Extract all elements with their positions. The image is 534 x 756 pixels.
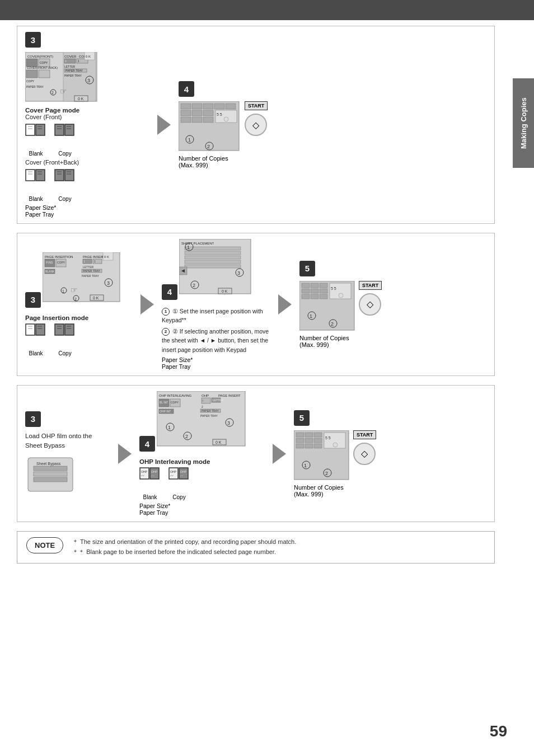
svg-text:1: 1 — [65, 59, 67, 63]
step-badge-4-s2: 4 — [162, 284, 177, 300]
svg-rect-185 — [169, 468, 178, 479]
section1-row: 3 COVER(FRONT) COPY COVER(FRONT+BACK) CO… — [25, 32, 486, 218]
svg-rect-194 — [314, 433, 322, 437]
svg-text:↙↙: ↙↙ — [170, 474, 174, 477]
svg-rect-119 — [185, 260, 241, 264]
svg-text:1: 1 — [304, 463, 307, 468]
svg-rect-193 — [305, 433, 313, 437]
blank-label-2: Blank — [29, 196, 43, 202]
page-insert-mode-label: Page Insertion mode — [25, 314, 133, 321]
paper-size-s2: Paper Size* Paper Tray — [162, 356, 270, 370]
page-number: 59 — [490, 722, 507, 740]
svg-rect-55 — [181, 104, 191, 109]
svg-text:↙↙: ↙↙ — [141, 474, 144, 477]
svg-rect-32 — [28, 128, 32, 129]
svg-rect-2 — [26, 59, 38, 67]
section-row-1: 3 COVER(FRONT) COPY COVER(FRONT+BACK) CO… — [17, 26, 495, 224]
svg-text:OHP INT: OHP INT — [160, 410, 171, 413]
svg-rect-150 — [34, 472, 67, 476]
svg-text:5 5: 5 5 — [325, 436, 331, 440]
svg-text:PAGE INSERT: PAGE INSERT — [218, 394, 241, 397]
arrow-s2-3to4 — [137, 294, 157, 314]
cover-front-diagrams: Blank Copy — [25, 124, 149, 157]
copy-label-1: Copy — [58, 151, 71, 157]
step-badge-5-s2: 5 — [299, 261, 315, 276]
note-label: NOTE — [26, 537, 63, 553]
svg-rect-49 — [57, 171, 62, 172]
step-badge-4-s1: 4 — [179, 81, 194, 97]
svg-text:1: 1 — [310, 313, 312, 319]
paper-size-label-s1: Paper Size* Paper Tray — [25, 204, 149, 218]
svg-text:2: 2 — [185, 434, 188, 439]
section1-step4: 4 — [174, 81, 297, 168]
side-tab: Making Copies — [513, 78, 534, 168]
section3-step5: 5 5 5 — [289, 410, 385, 497]
blank-diagram-1: Blank — [25, 124, 46, 157]
svg-text:☞: ☞ — [71, 285, 78, 294]
svg-rect-63 — [181, 117, 191, 123]
svg-text:COPY: COPY — [40, 61, 48, 64]
svg-text:PAPER TRAY: PAPER TRAY — [82, 274, 100, 278]
svg-rect-136 — [311, 289, 318, 293]
blank-label-1: Blank — [29, 151, 43, 157]
svg-rect-62 — [203, 110, 213, 116]
svg-text:0 K: 0 K — [216, 440, 222, 444]
copy-label-2: Copy — [58, 196, 71, 202]
svg-rect-199 — [305, 444, 313, 448]
start-button-s1[interactable]: ◇ — [245, 114, 267, 136]
svg-text:PAPER TRAY: PAPER TRAY — [65, 69, 83, 72]
svg-rect-195 — [296, 438, 304, 443]
sheet-placement-panel: SHEET PLACEMENT ◄ 2 3 — [179, 239, 252, 295]
svg-text:OHP: OHP — [141, 470, 148, 473]
svg-text:Sheet Bypass: Sheet Bypass — [36, 462, 61, 466]
svg-text:0 K: 0 K — [78, 97, 84, 101]
svg-rect-192 — [296, 433, 304, 437]
svg-text:PAPER TRAY: PAPER TRAY — [200, 414, 218, 417]
step-badge-5-s3: 5 — [294, 410, 310, 426]
svg-text:◄: ◄ — [180, 267, 186, 274]
svg-rect-138 — [302, 294, 310, 299]
svg-text:OHP INTERLEAVING: OHP INTERLEAVING — [159, 394, 191, 397]
svg-text:P.INS: P.INS — [46, 261, 53, 264]
start-button-s2[interactable]: ◇ — [359, 293, 381, 316]
note-text: ＊ The size and orientation of the printe… — [72, 537, 296, 557]
ohp-copy-diagram: OHP ↙↙ OHP ↙↙ Copy — [168, 467, 190, 500]
svg-text:COVER(FRONT+BACK): COVER(FRONT+BACK) — [27, 66, 58, 69]
svg-rect-109 — [57, 326, 62, 327]
svg-rect-34 — [38, 126, 42, 127]
svg-text:5 5: 5 5 — [217, 112, 222, 116]
cover-front-back-diagrams: Blank Copy — [25, 169, 149, 202]
page-insert-diagrams: Blank Copy — [25, 323, 133, 356]
svg-text:BLANK: BLANK — [45, 270, 55, 273]
arrow-s3-4to5 — [269, 444, 289, 464]
svg-rect-46 — [38, 171, 42, 172]
svg-text:PAGE INSERTION: PAGE INSERTION — [45, 255, 73, 259]
load-ohp-desc: Load OHP film onto the Sheet Bypass — [25, 431, 110, 451]
svg-text:2: 2 — [325, 471, 328, 476]
section2-step4: 4 SHEET PLACEMENT ◄ 2 — [157, 239, 275, 370]
svg-text:1: 1 — [188, 137, 191, 143]
svg-text:LETTER: LETTER — [64, 65, 76, 68]
num-copies-s2: Number of Copies (Max. 999) — [299, 335, 386, 348]
svg-rect-188 — [179, 468, 188, 479]
svg-rect-35 — [38, 128, 42, 129]
section3-step4: 4 OHP INTERLEAVING OHP PAGE INSERT BL IN… — [135, 391, 269, 516]
svg-rect-120 — [185, 265, 241, 268]
svg-point-203 — [333, 443, 338, 447]
start-button-s3[interactable]: ◇ — [353, 443, 376, 465]
svg-rect-137 — [320, 289, 327, 293]
svg-rect-50 — [57, 173, 62, 175]
keypad-diagram-s2: 5 5 1 2 — [299, 281, 355, 331]
svg-text:PAPER TRAY: PAPER TRAY — [64, 74, 82, 77]
svg-rect-135 — [302, 289, 310, 293]
svg-rect-149 — [34, 466, 67, 471]
start-label-s1: START — [245, 101, 268, 110]
sheet-bypass-diagram: Sheet Bypass — [25, 455, 76, 494]
svg-text:LETTER: LETTER — [213, 398, 224, 402]
blank-diagram-2: Blank — [25, 169, 46, 202]
svg-point-143 — [339, 293, 343, 298]
svg-text:BL INT: BL INT — [160, 401, 168, 404]
cover-panel-diagram: COVER(FRONT) COPY COVER(FRONT+BACK) COPY… — [25, 52, 98, 102]
copy-diagram-2: Copy — [54, 169, 76, 202]
svg-text:2: 2 — [51, 91, 54, 95]
